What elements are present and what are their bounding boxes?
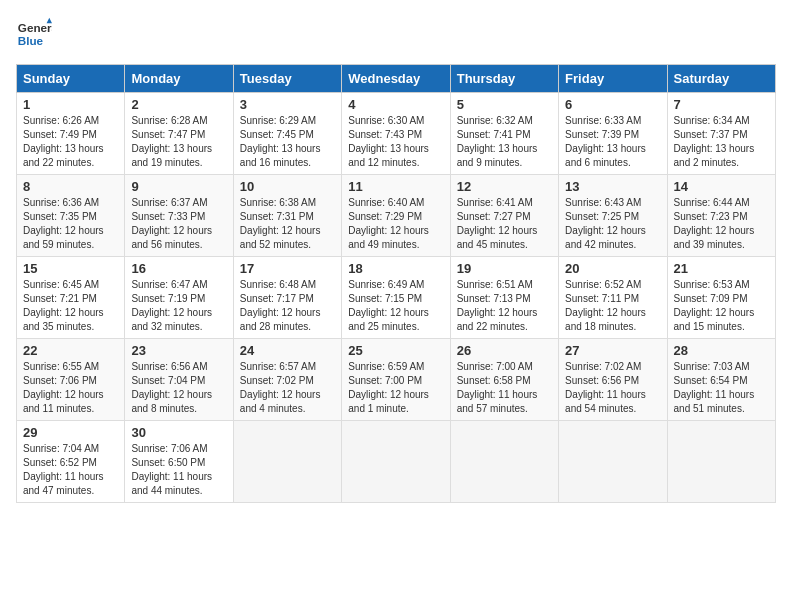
day-5: 5Sunrise: 6:32 AMSunset: 7:41 PMDaylight… [450,93,558,175]
col-header-thursday: Thursday [450,65,558,93]
day-8: 8Sunrise: 6:36 AMSunset: 7:35 PMDaylight… [17,175,125,257]
day-19: 19Sunrise: 6:51 AMSunset: 7:13 PMDayligh… [450,257,558,339]
day-25: 25Sunrise: 6:59 AMSunset: 7:00 PMDayligh… [342,339,450,421]
col-header-monday: Monday [125,65,233,93]
day-28: 28Sunrise: 7:03 AMSunset: 6:54 PMDayligh… [667,339,775,421]
day-10: 10Sunrise: 6:38 AMSunset: 7:31 PMDayligh… [233,175,341,257]
day-4: 4Sunrise: 6:30 AMSunset: 7:43 PMDaylight… [342,93,450,175]
day-24: 24Sunrise: 6:57 AMSunset: 7:02 PMDayligh… [233,339,341,421]
day-23: 23Sunrise: 6:56 AMSunset: 7:04 PMDayligh… [125,339,233,421]
day-15: 15Sunrise: 6:45 AMSunset: 7:21 PMDayligh… [17,257,125,339]
page-header: General Blue [16,16,776,52]
col-header-saturday: Saturday [667,65,775,93]
empty-cell [342,421,450,503]
day-11: 11Sunrise: 6:40 AMSunset: 7:29 PMDayligh… [342,175,450,257]
col-header-tuesday: Tuesday [233,65,341,93]
day-3: 3Sunrise: 6:29 AMSunset: 7:45 PMDaylight… [233,93,341,175]
col-header-sunday: Sunday [17,65,125,93]
logo: General Blue [16,16,52,52]
day-20: 20Sunrise: 6:52 AMSunset: 7:11 PMDayligh… [559,257,667,339]
day-22: 22Sunrise: 6:55 AMSunset: 7:06 PMDayligh… [17,339,125,421]
day-14: 14Sunrise: 6:44 AMSunset: 7:23 PMDayligh… [667,175,775,257]
empty-cell [667,421,775,503]
calendar-table: SundayMondayTuesdayWednesdayThursdayFrid… [16,64,776,503]
day-13: 13Sunrise: 6:43 AMSunset: 7:25 PMDayligh… [559,175,667,257]
day-12: 12Sunrise: 6:41 AMSunset: 7:27 PMDayligh… [450,175,558,257]
day-2: 2Sunrise: 6:28 AMSunset: 7:47 PMDaylight… [125,93,233,175]
day-30: 30Sunrise: 7:06 AMSunset: 6:50 PMDayligh… [125,421,233,503]
logo-icon: General Blue [16,16,52,52]
day-7: 7Sunrise: 6:34 AMSunset: 7:37 PMDaylight… [667,93,775,175]
day-21: 21Sunrise: 6:53 AMSunset: 7:09 PMDayligh… [667,257,775,339]
day-26: 26Sunrise: 7:00 AMSunset: 6:58 PMDayligh… [450,339,558,421]
day-1: 1Sunrise: 6:26 AMSunset: 7:49 PMDaylight… [17,93,125,175]
day-29: 29Sunrise: 7:04 AMSunset: 6:52 PMDayligh… [17,421,125,503]
col-header-wednesday: Wednesday [342,65,450,93]
day-17: 17Sunrise: 6:48 AMSunset: 7:17 PMDayligh… [233,257,341,339]
empty-cell [233,421,341,503]
day-16: 16Sunrise: 6:47 AMSunset: 7:19 PMDayligh… [125,257,233,339]
empty-cell [450,421,558,503]
day-18: 18Sunrise: 6:49 AMSunset: 7:15 PMDayligh… [342,257,450,339]
empty-cell [559,421,667,503]
svg-text:Blue: Blue [18,34,44,47]
day-6: 6Sunrise: 6:33 AMSunset: 7:39 PMDaylight… [559,93,667,175]
col-header-friday: Friday [559,65,667,93]
day-27: 27Sunrise: 7:02 AMSunset: 6:56 PMDayligh… [559,339,667,421]
day-9: 9Sunrise: 6:37 AMSunset: 7:33 PMDaylight… [125,175,233,257]
